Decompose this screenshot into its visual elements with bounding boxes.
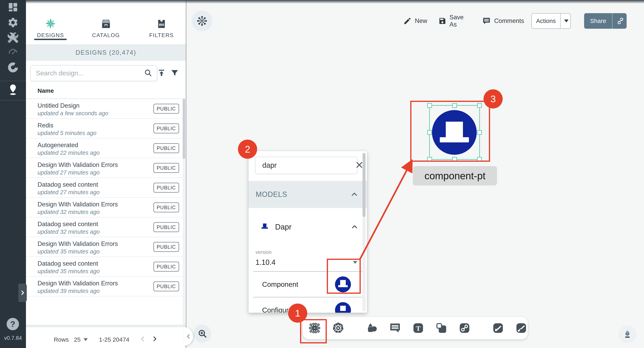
close-icon (355, 161, 364, 169)
design-name: Design With Validation Errors (38, 161, 118, 169)
comments-label: Comments (494, 17, 524, 24)
publish-icon[interactable] (157, 68, 166, 78)
actions-dropdown-button[interactable] (560, 13, 571, 28)
design-name: Datadog seed content (38, 221, 98, 228)
catalog-archive-icon (82, 6, 130, 29)
text-tool-button[interactable]: T (412, 322, 424, 335)
configuration-row[interactable]: Configuration (248, 297, 367, 313)
prev-page-button[interactable] (139, 336, 146, 344)
shapes-tool-button[interactable] (366, 322, 378, 335)
design-search-input[interactable] (31, 69, 144, 77)
chevron-up-icon[interactable] (351, 223, 358, 231)
kubernetes-tool-button[interactable] (332, 322, 345, 335)
column-header-name: Name (38, 87, 54, 94)
visibility-badge: PUBLIC (154, 123, 179, 133)
model-row-dapr[interactable]: Dapr (248, 208, 367, 246)
zoom-button[interactable] (194, 325, 212, 343)
design-row[interactable]: Datadog seed contentupdated 32 minutes a… (26, 217, 186, 237)
tab-designs-label: DESIGNS (26, 32, 74, 38)
design-row[interactable]: Design With Validation Errorsupdated 35 … (26, 237, 186, 257)
freehand-draw-icon (515, 322, 528, 335)
canvas-topbar: New Save As Comments Actions Share (403, 13, 644, 29)
actions-split-button[interactable]: Actions (532, 13, 571, 29)
save-as-button[interactable]: Save As (438, 14, 471, 28)
meshery-spiral-icon (26, 6, 74, 29)
help-button[interactable]: ? (6, 318, 19, 330)
comment-tool-button[interactable] (389, 322, 402, 335)
design-row[interactable]: Design With Validation Errorsupdated 27 … (26, 158, 186, 178)
expand-panel-handle[interactable] (18, 284, 27, 302)
drawer-scrollbar-thumb[interactable] (183, 99, 185, 159)
design-row[interactable]: Design With Validation Errorsupdated 39 … (26, 277, 186, 296)
next-page-button[interactable] (151, 336, 158, 344)
copy-link-button[interactable] (612, 13, 626, 29)
new-button[interactable]: New (403, 17, 427, 25)
chevron-left-icon (186, 334, 192, 340)
chevron-left-icon (139, 336, 146, 342)
tab-catalog-label: CATALOG (82, 32, 130, 38)
visibility-badge: PUBLIC (154, 222, 179, 232)
rectangle-icon (435, 322, 448, 335)
rows-per-page-select[interactable]: 25 (74, 336, 88, 343)
pagination-range: 1-25 20474 (99, 336, 129, 343)
configuration-wrenches-icon[interactable] (7, 32, 19, 43)
pen-arrow-tool-button[interactable] (492, 322, 504, 335)
design-row[interactable]: Untitled Designupdated a few seconds ago… (26, 99, 186, 119)
design-row[interactable]: Autogeneratedupdated 22 minutes agoPUBLI… (26, 138, 186, 158)
models-label: MODELS (256, 190, 287, 199)
tab-filters[interactable]: WA FILTERS (138, 6, 186, 38)
top-shadow (26, 0, 644, 3)
chevron-up-icon[interactable] (350, 191, 358, 198)
tab-designs[interactable]: DESIGNS (26, 6, 74, 38)
visibility-badge: PUBLIC (154, 163, 179, 173)
side-navigation: ? v0.7.84 (0, 0, 26, 348)
dapr-component-icon (335, 302, 351, 313)
design-row[interactable]: Datadog seed contentupdated 27 minutes a… (26, 178, 186, 198)
annotation-box-toolbar (300, 319, 327, 344)
save-as-label: Save As (450, 14, 471, 28)
version-value: 1.10.4 (256, 258, 276, 267)
design-row[interactable]: Datadog seed contentupdated 35 minutes a… (26, 257, 186, 277)
component-label: Component (262, 280, 298, 288)
active-tab-underline (34, 39, 67, 40)
pen-mode-button[interactable] (618, 325, 636, 343)
visibility-badge: PUBLIC (154, 104, 179, 113)
comments-button[interactable]: Comments (482, 16, 524, 25)
tab-catalog[interactable]: CATALOG (82, 6, 130, 38)
design-updated: updated 5 minutes ago (38, 130, 96, 136)
panel-scrollbar-thumb[interactable] (362, 153, 366, 217)
annotation-badge-2: 2 (238, 140, 257, 159)
comment-icon (389, 322, 402, 335)
zoom-in-icon (198, 329, 208, 339)
dashboard-icon[interactable] (8, 1, 18, 13)
design-row[interactable]: Redisupdated 5 minutes agoPUBLIC (26, 119, 186, 138)
models-section-header[interactable]: MODELS (248, 181, 367, 208)
kanvas-app: ? v0.7.84 DESIGNS (0, 0, 644, 348)
rectangle-tool-button[interactable] (435, 322, 448, 335)
mesh-cluster-icon (197, 15, 208, 26)
panel-search (255, 157, 357, 174)
share-split-button[interactable]: Share (584, 13, 627, 29)
annotation-box-node (410, 101, 490, 162)
panel-search-input[interactable] (256, 161, 355, 170)
design-updated: updated 22 minutes ago (38, 150, 100, 156)
app-version: v0.7.84 (0, 335, 26, 341)
designs-pin-icon[interactable] (7, 83, 19, 96)
design-name: Redis (38, 122, 53, 129)
model-name: Dapr (275, 223, 351, 231)
design-row[interactable]: Design With Validation Errorsupdated 32 … (26, 198, 186, 217)
visibility-badge: PUBLIC (154, 262, 179, 271)
lifecycle-gears-icon[interactable] (7, 17, 19, 28)
extensions-donut-icon[interactable] (7, 61, 19, 73)
link-tool-button[interactable] (458, 322, 471, 335)
mesh-cluster-button[interactable] (192, 10, 212, 31)
design-search (30, 65, 157, 81)
link-tool-icon (458, 322, 471, 335)
design-updated: updated 39 minutes ago (38, 288, 100, 294)
search-icon[interactable] (144, 68, 157, 78)
freehand-tool-button[interactable] (515, 322, 528, 335)
filter-icon[interactable] (170, 68, 179, 78)
node-label[interactable]: component-pt (413, 166, 497, 185)
nav-divider (0, 81, 26, 81)
performance-gauge-icon[interactable] (8, 46, 18, 57)
